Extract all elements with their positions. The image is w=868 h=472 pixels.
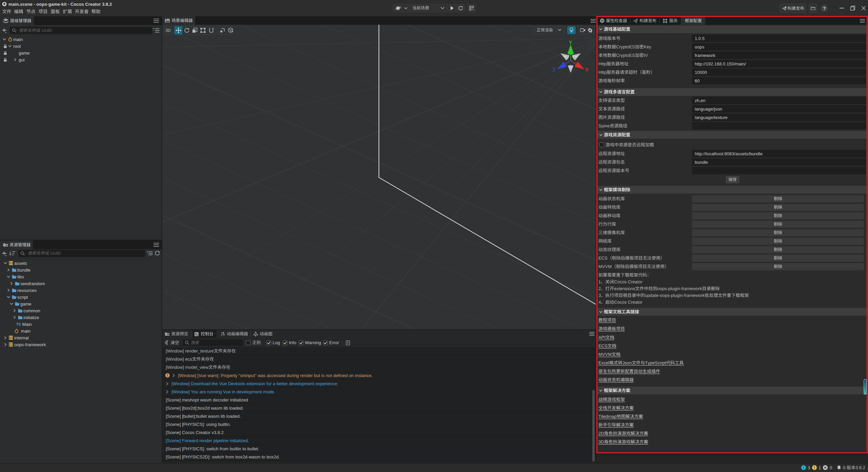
svg-text:Y: Y <box>569 40 572 45</box>
svg-text:Z: Z <box>553 67 556 72</box>
svg-text:X: X <box>585 67 589 72</box>
